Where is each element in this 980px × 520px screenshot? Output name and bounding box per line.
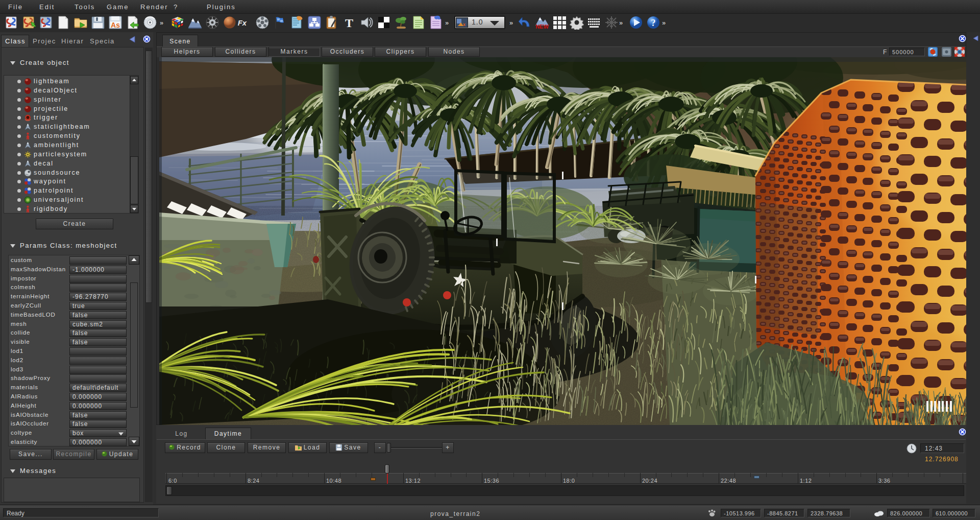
svg-text:T: T [345,16,353,30]
svg-text:x: x [463,22,465,27]
svg-text:As: As [111,21,120,29]
svg-text:?: ? [651,18,656,28]
svg-text:NEW: NEW [535,23,549,30]
svg-text:Fx: Fx [238,19,247,27]
